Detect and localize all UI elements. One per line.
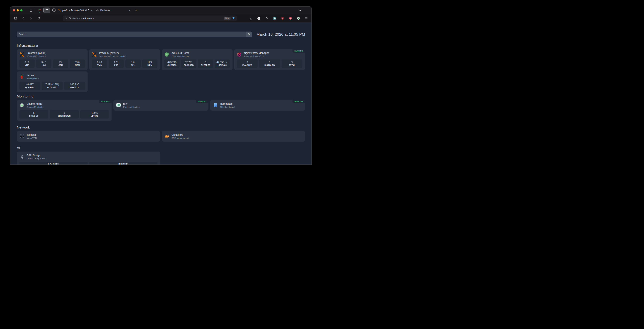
- service-subtitle: Ollama Proxy + WoL: [26, 157, 46, 160]
- stat-queries: 473,213QUERIES: [164, 60, 180, 68]
- stat-blocked: 82,721BLOCKED: [181, 60, 196, 68]
- close-tab-icon[interactable]: ✕: [90, 9, 93, 12]
- lock-icon[interactable]: [68, 17, 71, 20]
- pinned-tab-dashboard-active[interactable]: [43, 8, 50, 13]
- stat-lxc: 3 / 3LXC: [36, 60, 52, 68]
- dashlane-extension-icon[interactable]: [272, 16, 277, 21]
- tab-title: Dashlane: [100, 9, 127, 12]
- llama-icon: [19, 154, 24, 159]
- tab-title: pve01 - Proxmox Virtual Environ: [62, 9, 89, 12]
- search-provider-button[interactable]: G: [246, 32, 252, 37]
- archive-icon[interactable]: [29, 8, 33, 13]
- stat-mem: 39%MEM: [70, 60, 85, 68]
- card-uptime-kuma[interactable]: HEALTHY Uptime Kuma Service Monitoring: [17, 100, 112, 121]
- close-tab-icon[interactable]: ✕: [128, 9, 131, 12]
- stat-queries: 46,677QUERIES: [19, 82, 40, 90]
- card-nginx-proxy-manager[interactable]: RUNNING Nginx Proxy Manager Rever: [234, 49, 305, 70]
- section-title-monitoring: Monitoring: [17, 94, 305, 98]
- downloads-icon[interactable]: [248, 16, 253, 21]
- card-adguard-home[interactable]: AdGuard Home DNS + Ad Blocking 473,213QU…: [162, 49, 232, 70]
- tab-list-chevron-down-icon[interactable]: [298, 8, 302, 13]
- container-indicator-dot: [40, 12, 40, 13]
- section-title-infrastructure: Infrastructure: [17, 44, 305, 48]
- service-subtitle: This dashboard: [220, 106, 234, 108]
- adblock-plus-icon[interactable]: ABP: [288, 16, 293, 21]
- card-gpu-bridge[interactable]: GPU Bridge Ollama Proxy + WoL GPU MODE D…: [17, 152, 160, 165]
- reload-button[interactable]: [36, 16, 41, 21]
- gmail-icon: [38, 9, 42, 12]
- stat-uptime: 100%UPTIME: [80, 110, 109, 119]
- menu-hamburger-icon[interactable]: [304, 16, 308, 21]
- navigation-toolbar: dash.lab.atilho.com 90% S UO: [10, 14, 312, 22]
- stat-total: 9TOTAL: [282, 60, 302, 68]
- stat-cpu: 2%CPU: [53, 60, 68, 68]
- desktop-button[interactable]: DESKTOP: [89, 162, 158, 165]
- ublock-origin-icon[interactable]: UO: [280, 16, 285, 21]
- proxmox-favicon-icon: [58, 9, 61, 12]
- ntfy-icon: [116, 103, 121, 108]
- cloudflare-icon: [164, 134, 169, 139]
- sidebar-toggle-icon[interactable]: [13, 16, 18, 21]
- status-badge: HEALTHY: [292, 100, 305, 103]
- card-homepage[interactable]: HEALTHY Homepage This dashboard: [210, 100, 305, 111]
- extensions-puzzle-icon[interactable]: [264, 16, 269, 21]
- close-window-button[interactable]: [13, 9, 15, 12]
- new-tab-button[interactable]: +: [135, 9, 137, 12]
- pinned-tab-gmail[interactable]: [37, 8, 42, 13]
- stat-gravity: 240,236GRAVITY: [64, 82, 85, 90]
- section-title-network: Network: [17, 125, 305, 129]
- startpage-extension-icon[interactable]: S: [256, 16, 261, 21]
- stat-cpu: 1%CPU: [126, 60, 141, 68]
- pihole-icon: [19, 74, 24, 79]
- gpu-mode-button[interactable]: GPU MODE: [19, 162, 88, 165]
- card-ntfy[interactable]: RUNNING ntfy Push Notifications: [114, 100, 208, 111]
- tab-pve01[interactable]: pve01 - Proxmox Virtual Environ ✕: [56, 8, 94, 13]
- ai-grid: GPU Bridge Ollama Proxy + WoL GPU MODE D…: [17, 152, 305, 165]
- tailscale-icon: [19, 134, 24, 139]
- svg-text:UO: UO: [282, 18, 283, 19]
- card-proxmox-pve02[interactable]: Proxmox (pve02) Optiplex 5060 Micro - No…: [89, 49, 160, 70]
- stat-latency: 47.858 msLATENCY: [215, 60, 230, 68]
- service-subtitle: DNS Management: [172, 137, 189, 139]
- forward-button[interactable]: [29, 16, 33, 21]
- status-badge: RUNNING: [196, 100, 208, 103]
- status-badge: HEALTHY: [99, 100, 112, 103]
- card-tailscale[interactable]: Tailscale Mesh VPN: [17, 131, 160, 142]
- service-subtitle: DNS + Ad Blocking: [172, 55, 190, 58]
- service-title: Homepage: [220, 102, 234, 105]
- stat-disabled: 0DISABLED: [259, 60, 280, 68]
- service-title: Uptime Kuma: [26, 102, 44, 105]
- stat-vms: 0 / 0VMS: [19, 60, 35, 68]
- tab-separator: [35, 9, 35, 12]
- service-subtitle: Mesh VPN: [26, 137, 37, 139]
- monitoring-grid: HEALTHY Uptime Kuma Service Monitoring: [17, 100, 305, 121]
- minimize-window-button[interactable]: [16, 9, 19, 12]
- service-subtitle: Push Notifications: [123, 106, 140, 108]
- pinned-tab-github[interactable]: [51, 8, 56, 13]
- url-bar[interactable]: dash.lab.atilho.com 90%: [63, 16, 237, 21]
- service-title: Cloudflare: [172, 133, 189, 136]
- card-pihole[interactable]: Pi-hole Backup DNS 46,677QUERIES 7,093 (…: [17, 72, 88, 92]
- service-title: Tailscale: [26, 133, 37, 136]
- tab-bar: pve01 - Proxmox Virtual Environ ✕ Dashla…: [10, 7, 312, 14]
- shield-icon[interactable]: [64, 17, 67, 20]
- stat-blocked: 7,093 (15%)BLOCKED: [42, 82, 62, 90]
- proxmox-icon: [92, 52, 97, 57]
- browser-window: pve01 - Proxmox Virtual Environ ✕ Dashla…: [10, 7, 312, 165]
- svg-text:S: S: [258, 17, 260, 19]
- bookmark-star-icon[interactable]: [232, 17, 235, 20]
- stat-sites-down: 0SITES DOWN: [50, 110, 79, 119]
- bat-logo-icon: [45, 8, 48, 12]
- service-title: GPU Bridge: [26, 154, 46, 157]
- service-subtitle: Reverse Proxy + TLS: [244, 55, 269, 58]
- card-proxmox-pve01[interactable]: Proxmox (pve01) Wyse 5070 - Node 1 0 / 0…: [17, 49, 88, 70]
- back-button[interactable]: [21, 16, 26, 21]
- search-input[interactable]: [17, 32, 246, 37]
- zoom-level-badge[interactable]: 90%: [224, 17, 230, 20]
- card-cloudflare[interactable]: Cloudflare DNS Management: [162, 131, 305, 142]
- status-badge: RUNNING: [292, 49, 305, 53]
- zoom-window-button[interactable]: [20, 9, 22, 12]
- green-circle-extension-icon[interactable]: [296, 16, 300, 21]
- stat-enabled: 9ENABLED: [237, 60, 258, 68]
- tab-dashlane[interactable]: Dashlane ✕: [94, 8, 132, 13]
